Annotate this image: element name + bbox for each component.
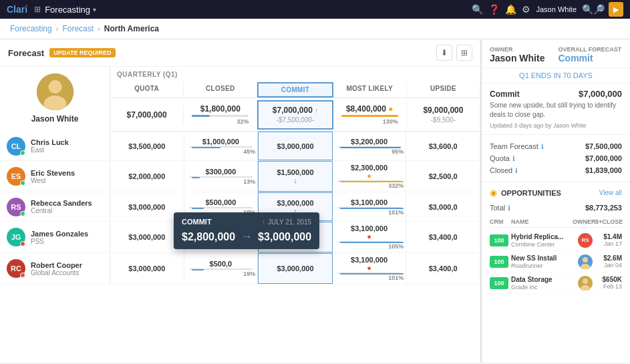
sub-quota: $3,000,000 <box>110 192 184 221</box>
commit-desc: Some new upside, but still trying to ide… <box>490 101 622 120</box>
avatar: ES <box>7 167 25 186</box>
opp-title: ◉ OPPORTUNITIES <box>490 188 561 198</box>
search2-icon[interactable]: 🔍 <box>582 4 593 15</box>
table-row: CL Chris Luck East $3,500,000 $1,000,000… <box>0 132 480 161</box>
main-commit-cell[interactable]: $7,000,000 ↑ -$7,500,000- <box>257 100 333 130</box>
opp-owner-avatar: RS <box>578 233 593 248</box>
opp-label: OPPORTUNITIES <box>501 189 561 197</box>
update-badge: Update Required <box>49 48 115 57</box>
metrics-section: Team Forecast ℹ $7,500,000 Quota ℹ $7,00… <box>482 135 630 182</box>
top-navigation: Clari ⊞ Forecasting ▾ 🔍 ❓ 🔔 ⚙ Jason Whit… <box>0 0 630 19</box>
quarterly-label: QUARTERLY (Q1) <box>110 67 480 82</box>
opp-name-col: New SS Install Roadrunner <box>511 254 575 269</box>
left-panel: Forecast Update Required ⬇ ⊞ Jason White <box>0 39 481 363</box>
sub-upside: $3,600,0 <box>406 132 480 160</box>
app-dropdown-icon[interactable]: ▾ <box>93 6 96 13</box>
sub-most-likely: $3,200,000 95% <box>333 132 407 160</box>
avatar: CL <box>7 137 25 156</box>
sub-user-robert: RC Robert Cooper Global Accounts <box>0 253 110 284</box>
opp-th-name: NAME <box>511 218 570 225</box>
avatar: RC <box>7 259 25 278</box>
opp-owner-avatar <box>578 276 593 291</box>
main-most-likely-cell: $8,400,000 ● 130% <box>333 100 407 129</box>
breadcrumb-current: North America <box>104 24 159 33</box>
bell-icon[interactable]: 🔔 <box>505 4 516 15</box>
avatar: RS <box>7 198 25 216</box>
help-icon[interactable]: ❓ <box>488 4 500 15</box>
col-commit: COMMIT <box>257 82 333 98</box>
total-info-icon[interactable]: ℹ <box>508 204 510 212</box>
overall-forecast-block: OVERALL FORECAST Commit <box>558 46 621 63</box>
sub-data-cells: $2,000,000 $300,000 13% $1,500,000 ↓ $2,… <box>110 161 480 192</box>
quota-label: Quota ℹ <box>490 154 515 162</box>
forecast-title: Forecast <box>8 48 44 58</box>
zoom-icon[interactable]: 🔎 <box>593 4 605 15</box>
list-item: 100 Data Storage Grade Inc $650K Feb 13 <box>490 272 622 294</box>
commit-tooltip: COMMIT ↑ JULY 21, 2015 $2,800,000 → $3,0… <box>174 212 319 249</box>
svg-point-4 <box>581 264 590 269</box>
settings-icon[interactable]: ⚙ <box>522 4 530 15</box>
commit-up-arrow: ↑ <box>315 107 318 114</box>
closed-label: Closed ℹ <box>490 166 518 174</box>
svg-point-1 <box>48 80 61 94</box>
opp-name: New SS Install <box>511 254 575 262</box>
opp-name-col: Data Storage Grade Inc <box>511 275 575 291</box>
view-all-link[interactable]: View all <box>599 189 622 196</box>
table-row: ES Eric Stevens West $2,000,000 $300,000… <box>0 161 480 192</box>
download-button[interactable]: ⬇ <box>436 45 452 61</box>
metric-row: Closed ℹ $1,839,000 <box>490 164 622 176</box>
team-forecast-val: $7,500,000 <box>585 142 622 150</box>
breadcrumb-forecasting[interactable]: Forecasting <box>10 24 52 33</box>
opp-th-owner: OWNER <box>573 218 593 225</box>
grid-view-button[interactable]: ⊞ <box>456 45 472 61</box>
main-closed-cell: $1,800,000 32% <box>184 100 257 129</box>
sub-data-cells: $3,000,000 $500,0 19% $3,000,000 $3,100,… <box>110 253 480 284</box>
opp-name: Hybrid Replica... <box>511 232 575 241</box>
opp-table-header: CRM NAME OWNER $+CLOSE <box>490 216 622 228</box>
sub-commit: $1,500,000 ↓ <box>258 161 333 192</box>
team-forecast-info-icon[interactable]: ℹ <box>541 143 544 150</box>
col-upside: UPSIDE <box>407 82 480 98</box>
svg-point-5 <box>583 279 588 284</box>
opp-name-col: Hybrid Replica... Combine Center <box>511 232 575 248</box>
search-icon[interactable]: 🔍 <box>472 4 483 15</box>
commit-key: Commit <box>490 89 520 99</box>
most-likely-dot-red: ● <box>335 232 404 240</box>
sub-quota: $3,000,000 <box>110 253 184 284</box>
right-panel: OWNER Jason White OVERALL FORECAST Commi… <box>481 39 630 363</box>
overall-forecast-label: OVERALL FORECAST <box>558 46 621 53</box>
commit-val: $7,000,000 <box>579 89 622 99</box>
total-val: $8,773,253 <box>585 204 622 212</box>
opp-name: Data Storage <box>511 275 575 284</box>
sub-quota: $2,000,000 <box>110 161 184 192</box>
closed-info-icon[interactable]: ℹ <box>515 167 518 174</box>
q1-info: Q1 ENDS IN 70 DAYS <box>482 68 630 83</box>
main-upside-cell: $9,000,000 -$9,500- <box>407 102 480 128</box>
breadcrumb-separator-1: › <box>56 25 59 33</box>
sub-user-james: JG James Gonzales PSS <box>0 222 110 252</box>
quota-info-icon[interactable]: ℹ <box>512 155 515 162</box>
col-headers: QUOTA CLOSED COMMIT MOST LIKELY UPSIDE <box>110 82 480 98</box>
col-quota: QUOTA <box>110 82 184 98</box>
breadcrumb-forecast[interactable]: Forecast <box>62 24 94 33</box>
avatar: JG <box>7 228 25 246</box>
play-button[interactable]: ▶ <box>609 2 623 17</box>
sub-commit: $3,000,000 <box>258 253 333 284</box>
main-user-name: Jason White <box>31 114 79 124</box>
nav-icons: 🔍 ❓ 🔔 ⚙ <box>472 4 530 15</box>
sub-upside: $3,400,0 <box>406 253 480 284</box>
sub-upside: $2,500,0 <box>406 161 480 192</box>
opp-th-crm: CRM <box>490 218 508 225</box>
table-section: QUARTERLY (Q1) QUOTA CLOSED COMMIT MOST … <box>110 67 480 132</box>
commit-row: Commit $7,000,000 <box>490 89 622 99</box>
sub-most-likely: $3,100,000 ● 105% <box>333 222 407 252</box>
sub-upside: $3,000,0 <box>406 192 480 221</box>
opportunities-icon: ◉ <box>490 188 497 198</box>
main-user-col: Jason White <box>0 67 110 132</box>
sub-closed: $300,000 13% <box>184 161 259 192</box>
most-likely-dot-red: ● <box>335 264 404 272</box>
commit-down-arrow: ↓ <box>261 176 330 184</box>
sub-quota: $3,000,000 <box>110 222 184 252</box>
grid-icon: ⊞ <box>34 5 41 14</box>
tooltip-to-value: $3,000,000 <box>258 231 311 243</box>
